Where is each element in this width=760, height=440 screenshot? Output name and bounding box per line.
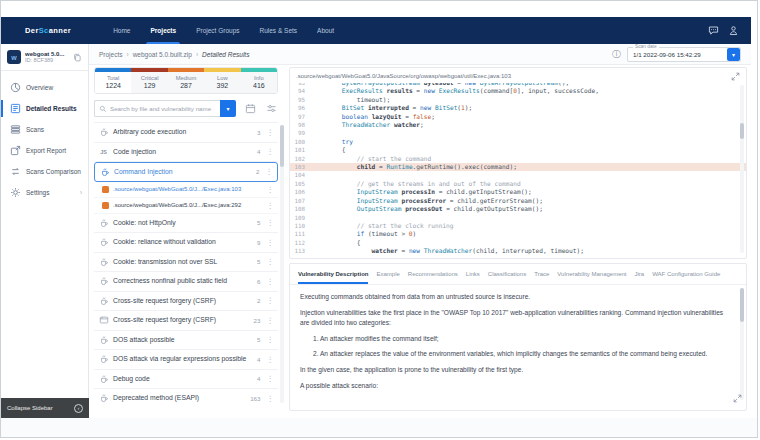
vulnerability-row[interactable]: DOS attack via regular expressions possi… bbox=[94, 350, 278, 370]
vulnerability-row[interactable]: JSCode injection4⋮ bbox=[94, 143, 278, 163]
kebab-menu-icon[interactable]: ⋮ bbox=[265, 316, 277, 325]
tab-vulnerability-description[interactable]: Vulnerability Description bbox=[298, 264, 368, 284]
sidebar-item-detailed-results[interactable]: Detailed Results bbox=[1, 98, 88, 119]
kebab-menu-icon[interactable]: ⋮ bbox=[265, 218, 277, 227]
severity-cell-total[interactable]: Total1224 bbox=[95, 72, 131, 93]
nav-item-projects[interactable]: Projects bbox=[140, 17, 186, 44]
kebab-menu-icon[interactable]: ⋮ bbox=[265, 185, 277, 194]
tab-jira[interactable]: Jira bbox=[635, 264, 645, 284]
search-input[interactable] bbox=[110, 105, 216, 112]
vulnerability-row[interactable]: Cross-site request forgery (CSRF)2⋮ bbox=[94, 292, 278, 312]
project-avatar: w bbox=[7, 50, 21, 64]
expand-icon[interactable] bbox=[733, 389, 742, 407]
calendar-icon[interactable] bbox=[243, 102, 257, 116]
vulnerability-file-row[interactable]: .source/webgoat/WebGoat5.0/J.../Exec.jav… bbox=[94, 182, 278, 198]
vulnerability-row[interactable]: Cookie: not HttpOnly5⋮ bbox=[94, 214, 278, 234]
tab-recommendations[interactable]: Recommendations bbox=[408, 264, 458, 284]
chat-icon[interactable] bbox=[708, 22, 719, 40]
breadcrumb-item[interactable]: Projects bbox=[99, 51, 122, 58]
nav-item-home[interactable]: Home bbox=[103, 17, 140, 44]
nav-item-about[interactable]: About bbox=[307, 17, 344, 44]
description-paragraph: A possible attack scenario: bbox=[300, 381, 732, 391]
file-marker-icon bbox=[102, 186, 109, 193]
code-text: InputStream processIn = child.getInputSt… bbox=[312, 188, 532, 196]
chevron-down-icon[interactable]: ▾ bbox=[727, 48, 740, 61]
code-body[interactable]: 93 ByteArrayOutputStream bytesOut = new … bbox=[290, 83, 746, 258]
tab-example[interactable]: Example bbox=[376, 264, 399, 284]
code-text: ThreadWatcher watcher; bbox=[312, 121, 424, 129]
severity-cell-critical[interactable]: Critical129 bbox=[131, 72, 167, 93]
user-icon[interactable] bbox=[728, 22, 739, 40]
scan-date-select[interactable]: Scan date 1/1 2022-09-06 15:42:29 ▾ bbox=[627, 47, 741, 62]
description-scrollbar[interactable] bbox=[740, 288, 744, 400]
code-line: 96 BitSet interrupted = new BitSet(1); bbox=[290, 104, 746, 112]
kebab-menu-icon[interactable]: ⋮ bbox=[265, 238, 277, 247]
vulnerability-file-row[interactable]: .source/webgoat/WebGoat5.0/J.../Exec.jav… bbox=[94, 198, 278, 214]
app-logo[interactable]: DerScanner bbox=[25, 26, 71, 35]
vulnerability-row[interactable]: Command Injection2⋮ bbox=[94, 162, 278, 182]
vulnerability-row[interactable]: Correctness nonfinal public static field… bbox=[94, 272, 278, 292]
code-text: // get the streams in and out of the com… bbox=[312, 180, 521, 188]
kebab-menu-icon[interactable]: ⋮ bbox=[265, 128, 277, 137]
kebab-menu-icon[interactable]: ⋮ bbox=[265, 374, 277, 383]
tab-classifications[interactable]: Classifications bbox=[488, 264, 526, 284]
copy-icon[interactable] bbox=[73, 48, 82, 66]
nav-item-project-groups[interactable]: Project Groups bbox=[186, 17, 249, 44]
tab-links[interactable]: Links bbox=[466, 264, 480, 284]
info-icon[interactable]: ⓘ bbox=[612, 50, 621, 59]
vulnerability-row[interactable]: DOS attack possible5⋮ bbox=[94, 331, 278, 351]
vulnerability-row[interactable]: Arbitrary code execution3⋮ bbox=[94, 123, 278, 143]
tab-vulnerability-management[interactable]: Vulnerability Management bbox=[557, 264, 626, 284]
expand-icon[interactable] bbox=[731, 67, 740, 85]
file-path: .source/webgoat/WebGoat5.0/J.../Exec.jav… bbox=[113, 186, 261, 192]
kebab-menu-icon[interactable]: ⋮ bbox=[264, 167, 276, 176]
nav-item-rules-sets[interactable]: Rules & Sets bbox=[250, 17, 308, 44]
scrollbar-thumb[interactable] bbox=[280, 125, 284, 167]
line-number: 108 bbox=[290, 205, 312, 213]
search-dropdown-button[interactable]: ▾ bbox=[220, 100, 236, 117]
vulnerability-row[interactable]: Deprecated method (ESAPI)163⋮ bbox=[94, 389, 278, 404]
code-scrollbar[interactable] bbox=[740, 85, 744, 253]
tab-trace[interactable]: Trace bbox=[534, 264, 549, 284]
code-line: 109 bbox=[290, 214, 746, 222]
sidebar-item-scans-comparison[interactable]: Scans Comparison bbox=[1, 161, 88, 182]
kebab-menu-icon[interactable]: ⋮ bbox=[265, 201, 277, 210]
vulnerability-row[interactable]: Debug code4⋮ bbox=[94, 370, 278, 390]
sidebar-item-overview[interactable]: Overview bbox=[1, 77, 88, 98]
code-line: 108 OutputStream processOut = child.getO… bbox=[290, 205, 746, 213]
filter-sliders-icon[interactable] bbox=[264, 102, 278, 116]
search-icon bbox=[99, 105, 107, 113]
code-text bbox=[312, 214, 316, 222]
breadcrumb-item[interactable]: webgoat 5.0.built.zip bbox=[133, 51, 192, 58]
severity-cell-low[interactable]: Low392 bbox=[204, 72, 240, 93]
kebab-menu-icon[interactable]: ⋮ bbox=[265, 257, 277, 266]
scrollbar-thumb[interactable] bbox=[740, 288, 744, 322]
severity-cell-info[interactable]: Info416 bbox=[241, 72, 277, 93]
scrollbar-thumb[interactable] bbox=[740, 123, 744, 139]
sidebar-nav: OverviewDetailed ResultsScansExport Repo… bbox=[1, 71, 88, 203]
kebab-menu-icon[interactable]: ⋮ bbox=[265, 147, 277, 156]
collapse-sidebar-button[interactable]: Collapse Sidebar ‹ bbox=[1, 398, 89, 418]
sidebar-item-export-report[interactable]: Export Report bbox=[1, 140, 88, 161]
vulnerability-row[interactable]: Cookie: reliance without validation9⋮ bbox=[94, 233, 278, 253]
vulnerability-row[interactable]: Cookie: transmission not over SSL5⋮ bbox=[94, 253, 278, 273]
kebab-menu-icon[interactable]: ⋮ bbox=[265, 296, 277, 305]
severity-cell-medium[interactable]: Medium287 bbox=[168, 72, 204, 93]
kebab-menu-icon[interactable]: ⋮ bbox=[265, 355, 277, 364]
sidebar-item-settings[interactable]: Settings› bbox=[1, 182, 88, 203]
list-scrollbar[interactable] bbox=[280, 125, 284, 403]
sidebar-item-scans[interactable]: Scans bbox=[1, 119, 88, 140]
vulnerability-row[interactable]: Cross-site request forgery (CSRF)23⋮ bbox=[94, 311, 278, 331]
project-card[interactable]: w webgoat 5.0... ID: 8CF389 bbox=[1, 44, 88, 71]
code-line: 97 boolean lazyQuit = false; bbox=[290, 113, 746, 121]
app-frame: DerScanner HomeProjectsProject GroupsRul… bbox=[0, 0, 758, 438]
kebab-menu-icon[interactable]: ⋮ bbox=[265, 335, 277, 344]
file-marker-icon bbox=[102, 202, 109, 209]
tab-waf-configuration-guide[interactable]: WAF Configuration Guide bbox=[652, 264, 720, 284]
code-text: { bbox=[312, 146, 346, 154]
breadcrumb-item[interactable]: Detailed Results bbox=[202, 51, 249, 58]
vulnerability-count: 9 bbox=[257, 239, 260, 246]
kebab-menu-icon[interactable]: ⋮ bbox=[265, 277, 277, 286]
kebab-menu-icon[interactable]: ⋮ bbox=[265, 394, 277, 403]
line-number: 98 bbox=[290, 121, 312, 129]
